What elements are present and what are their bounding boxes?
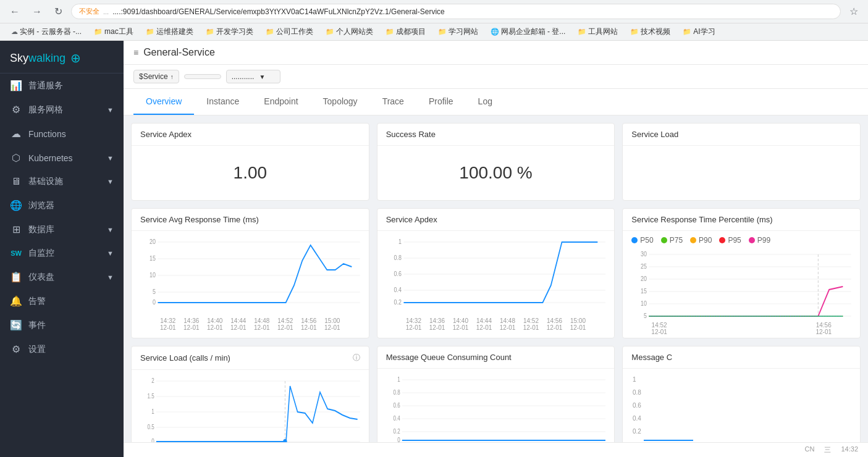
metrics-row: Service Apdex 1.00 Success Rate 100.00 % bbox=[131, 123, 861, 201]
service-filter-input[interactable] bbox=[184, 74, 221, 79]
dropdown-arrow-icon: ▼ bbox=[259, 73, 265, 80]
infra-icon: 🖥 bbox=[10, 176, 22, 187]
sidebar-label-database: 数据库 bbox=[28, 224, 54, 235]
svg-text:0.6: 0.6 bbox=[633, 402, 641, 409]
panel-success-title: Success Rate bbox=[386, 130, 436, 139]
legend-label-p99: P99 bbox=[757, 236, 770, 245]
panel-avg-response: Service Avg Response Time (ms) bbox=[131, 208, 369, 338]
panel-percentile-body: P50 P75 P90 bbox=[623, 231, 860, 338]
forward-button[interactable]: → bbox=[28, 5, 46, 19]
x-label: 14:5612-01 bbox=[547, 317, 563, 331]
sidebar-item-database[interactable]: ⊞ 数据库 ▼ bbox=[0, 217, 124, 241]
service-dropdown[interactable]: ........... ▼ bbox=[226, 70, 281, 83]
sidebar-item-common-service[interactable]: 📊 普通服务 bbox=[0, 73, 124, 98]
reload-button[interactable]: ↻ bbox=[51, 4, 66, 19]
legend-p90: P90 bbox=[690, 236, 712, 245]
sidebar-label-alarm: 告警 bbox=[28, 296, 46, 307]
bookmark-ai[interactable]: 📁 AI学习 bbox=[678, 25, 720, 38]
avgresponse-x-axis: 14:3212-01 14:3612-01 14:4012-01 14:4412… bbox=[140, 317, 360, 331]
legend-label-p95: P95 bbox=[728, 236, 741, 245]
charts-row-3: Service Load (calls / min) ⓘ 2 bbox=[131, 346, 861, 442]
sidebar-label-common: 普通服务 bbox=[28, 80, 63, 91]
back-button[interactable]: ← bbox=[6, 5, 23, 19]
panel-service-apdex-metric: Service Apdex 1.00 bbox=[131, 123, 369, 201]
sidebar-item-functions[interactable]: ☁ Functions bbox=[0, 122, 124, 146]
x-label: 14:5212-01 bbox=[651, 322, 667, 335]
sidebar-item-self-monitor[interactable]: SW 自监控 ▼ bbox=[0, 241, 124, 265]
service-bar: $Service ↑ ........... ▼ bbox=[124, 65, 868, 89]
sidebar-item-alarm[interactable]: 🔔 告警 bbox=[0, 289, 124, 313]
panel-msgc-body: 1 0.8 0.6 0.4 0.2 bbox=[623, 369, 860, 442]
bookmark-icon-5: 📁 bbox=[326, 28, 334, 36]
tab-trace[interactable]: Trace bbox=[370, 89, 416, 115]
bookmark-chengdu[interactable]: 📁 成都项目 bbox=[381, 25, 431, 38]
panel-avgresponse-body: 20 15 10 5 0 14:3212-01 bbox=[132, 231, 369, 333]
tab-log[interactable]: Log bbox=[466, 89, 505, 115]
panel-percentile: Service Response Time Percentile (ms) P5… bbox=[622, 208, 861, 338]
bookmark-button[interactable]: ☆ bbox=[846, 4, 862, 19]
sidebar-logo: Skywalking ⊕ bbox=[0, 41, 124, 73]
bar-chart-icon: 📊 bbox=[10, 80, 22, 91]
panel-success-body: 100.00 % bbox=[377, 146, 615, 200]
panel-load-body: 2 1.5 1 0.5 0 bbox=[132, 370, 369, 442]
bell-icon: 🔔 bbox=[10, 295, 22, 307]
bookmark-work[interactable]: 📁 公司工作类 bbox=[261, 25, 318, 38]
chevron-down-icon-dash: ▼ bbox=[107, 274, 114, 281]
bookmark-label-5: 个人网站类 bbox=[336, 27, 373, 37]
service-tag[interactable]: $Service ↑ bbox=[133, 70, 179, 83]
panel-apdex-header: Service Apdex bbox=[132, 124, 369, 146]
svg-text:0: 0 bbox=[153, 298, 156, 306]
bookmark-study[interactable]: 📁 学习网站 bbox=[433, 25, 483, 38]
tab-endpoint[interactable]: Endpoint bbox=[251, 89, 310, 115]
panel-apdex-title: Service Apdex bbox=[140, 130, 192, 139]
tab-instance[interactable]: Instance bbox=[194, 89, 251, 115]
sidebar-item-settings[interactable]: ⚙ 设置 bbox=[0, 337, 124, 361]
site-name: ... bbox=[103, 8, 109, 15]
sidebar-label-infra: 基础设施 bbox=[28, 176, 63, 187]
panel-percentile-title: Service Response Time Percentile (ms) bbox=[631, 215, 772, 224]
apdex-metric-value: 1.00 bbox=[140, 153, 360, 193]
svg-text:10: 10 bbox=[150, 271, 156, 279]
bookmark-email[interactable]: 🌐 网易企业邮箱 - 登... bbox=[486, 25, 571, 38]
x-label: 14:4412-01 bbox=[476, 317, 492, 331]
legend-label-p90: P90 bbox=[699, 236, 712, 245]
sidebar-item-infra[interactable]: 🖥 基础设施 ▼ bbox=[0, 170, 124, 193]
sidebar-label-functions: Functions bbox=[28, 129, 66, 139]
svg-text:0.8: 0.8 bbox=[394, 254, 401, 261]
info-icon-load[interactable]: ⓘ bbox=[353, 353, 360, 363]
bookmark-ops[interactable]: 📁 运维搭建类 bbox=[141, 25, 198, 38]
svg-text:0: 0 bbox=[151, 438, 154, 442]
bookmark-personal[interactable]: 📁 个人网站类 bbox=[321, 25, 378, 38]
chevron-down-icon-db: ▼ bbox=[107, 226, 114, 233]
x-label: 14:3612-01 bbox=[429, 317, 445, 331]
svg-text:20: 20 bbox=[150, 238, 156, 245]
chevron-down-icon: ▼ bbox=[107, 106, 114, 114]
database-icon: ⊞ bbox=[10, 224, 22, 235]
tab-topology[interactable]: Topology bbox=[311, 89, 370, 115]
bookmark-dev[interactable]: 📁 开发学习类 bbox=[201, 25, 258, 38]
tab-profile[interactable]: Profile bbox=[416, 89, 466, 115]
sidebar-item-kubernetes[interactable]: ⬡ Kubernetes ▼ bbox=[0, 146, 124, 170]
bookmark-label-9: 工具网站 bbox=[588, 27, 618, 37]
sidebar-item-browser[interactable]: 🌐 浏览器 bbox=[0, 193, 124, 217]
bookmark-mac[interactable]: 📁 mac工具 bbox=[89, 25, 138, 38]
panel-load-body bbox=[623, 146, 860, 161]
address-bar[interactable]: 不安全 ... ....:9091/dashboard/GENERAL/Serv… bbox=[71, 4, 841, 19]
bookmark-tools[interactable]: 📁 工具网站 bbox=[573, 25, 623, 38]
tab-overview[interactable]: Overview bbox=[133, 89, 194, 115]
msgc-chart: 1 0.8 0.6 0.4 0.2 bbox=[631, 374, 693, 442]
bookmark-tech-video[interactable]: 📁 技术视频 bbox=[625, 25, 675, 38]
legend-p75: P75 bbox=[661, 236, 683, 245]
x-label: 14:4812-01 bbox=[254, 317, 270, 331]
success-rate-value: 100.00 % bbox=[386, 153, 606, 193]
status-time-1: 三 bbox=[824, 445, 831, 455]
bookmark-instances[interactable]: ☁ 实例 - 云服务器 -... bbox=[6, 25, 86, 38]
sidebar-label-events: 事件 bbox=[28, 320, 46, 331]
sidebar-label-mesh: 服务网格 bbox=[28, 104, 63, 115]
sidebar-item-dashboard[interactable]: 📋 仪表盘 ▼ bbox=[0, 265, 124, 289]
sidebar-item-service-mesh[interactable]: ⚙ 服务网格 ▼ bbox=[0, 98, 124, 122]
svg-text:0.6: 0.6 bbox=[394, 270, 401, 277]
avg-response-chart: 20 15 10 5 0 bbox=[140, 236, 360, 316]
sidebar: Skywalking ⊕ 📊 普通服务 ⚙ 服务网格 ▼ ☁ Functions… bbox=[0, 41, 124, 457]
sidebar-item-events[interactable]: 🔄 事件 bbox=[0, 313, 124, 337]
